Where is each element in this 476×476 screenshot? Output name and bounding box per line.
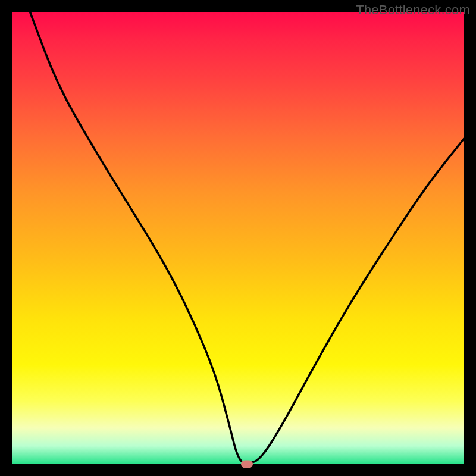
bottleneck-curve bbox=[12, 12, 464, 464]
chart-frame: TheBottleneck.com bbox=[0, 0, 476, 476]
curve-path bbox=[30, 12, 464, 463]
minimum-marker bbox=[241, 461, 253, 468]
plot-area bbox=[12, 12, 464, 464]
watermark-text: TheBottleneck.com bbox=[356, 2, 470, 18]
